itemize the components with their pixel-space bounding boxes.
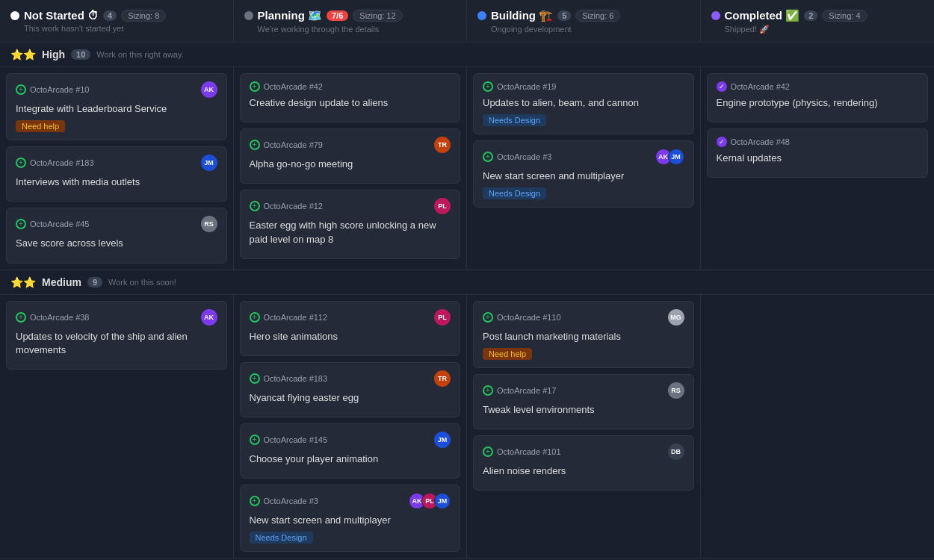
card-id: OctoArcade #48: [717, 137, 791, 147]
column-subtitle: We're working through the details: [258, 25, 457, 34]
card-id: OctoArcade #42: [250, 81, 324, 92]
avatar-group: AKPLJM: [409, 493, 451, 509]
task-card[interactable]: OctoArcade #3 AKPLJM New start screen an…: [240, 485, 461, 552]
sizing-badge: Sizing: 6: [575, 10, 620, 22]
status-dot: [10, 11, 19, 20]
task-card[interactable]: OctoArcade #19 Updates to alien, beam, a…: [473, 73, 694, 134]
card-title: New start screen and multiplayer: [250, 514, 451, 527]
card-title: Alien noise renders: [483, 464, 684, 478]
task-card[interactable]: OctoArcade #183 TR Nyancat flying easter…: [240, 362, 461, 417]
task-card[interactable]: OctoArcade #12 PL Easter egg with high s…: [240, 190, 461, 258]
cards-row-high: OctoArcade #10 AK Integrate with Leaderb…: [0, 67, 934, 270]
card-title: Integrate with Leaderboard Service: [16, 102, 217, 116]
card-id-text: OctoArcade #112: [264, 313, 328, 322]
section-count: 9: [87, 277, 102, 287]
task-card[interactable]: OctoArcade #101 DB Alien noise renders: [473, 435, 694, 491]
card-tag: Needs Design: [483, 187, 546, 199]
column-title: Planning 🗺️: [258, 9, 323, 22]
col-cards-high-0: OctoArcade #10 AK Integrate with Leaderb…: [0, 67, 234, 270]
status-dot: [244, 11, 253, 20]
status-icon-progress: [250, 312, 260, 323]
status-icon-progress: [16, 84, 26, 95]
section-stars: ⭐⭐: [10, 49, 36, 60]
card-id-text: OctoArcade #183: [30, 158, 94, 167]
task-card[interactable]: OctoArcade #38 AK Updates to velocity of…: [6, 301, 227, 370]
col-cards-medium-2: OctoArcade #110 MG Post launch marketing…: [467, 295, 701, 559]
count-badge: 2: [804, 10, 817, 21]
task-card[interactable]: OctoArcade #79 TR Alpha go-no-go meeting: [240, 128, 461, 184]
card-id-text: OctoArcade #101: [497, 447, 561, 456]
content-area: ⭐⭐ High 10 Work on this right away. Octo…: [0, 43, 934, 560]
avatar-group: AKJM: [655, 149, 684, 165]
status-icon-done: [717, 81, 727, 92]
section-medium: ⭐⭐ Medium 9 Work on this soon! OctoArcad…: [0, 270, 934, 559]
column-header-not-started: Not Started ⏱ 4 Sizing: 8 This work hasn…: [0, 0, 234, 42]
task-card[interactable]: OctoArcade #3 AKJM New start screen and …: [473, 140, 694, 208]
task-card[interactable]: OctoArcade #45 RS Save score across leve…: [6, 208, 227, 263]
status-icon-progress: [250, 140, 260, 150]
avatar: PL: [434, 309, 451, 326]
card-tag: Need help: [16, 120, 65, 132]
card-id-text: OctoArcade #19: [497, 82, 557, 91]
status-icon-progress: [483, 152, 493, 162]
cards-row-medium: OctoArcade #38 AK Updates to velocity of…: [0, 295, 934, 559]
card-id-text: OctoArcade #42: [731, 82, 791, 91]
card-title: Tweak level environments: [483, 403, 684, 417]
card-id: OctoArcade #3: [250, 496, 318, 506]
card-id-text: OctoArcade #48: [731, 137, 791, 146]
status-icon-progress: [483, 447, 493, 457]
col-cards-high-1: OctoArcade #42 Creative design update to…: [234, 67, 468, 270]
column-header-building: Building 🏗️ 5 Sizing: 6 Ongoing developm…: [467, 0, 701, 42]
card-id: OctoArcade #38: [16, 312, 90, 323]
task-card[interactable]: OctoArcade #42 Engine prototype (physics…: [707, 73, 929, 122]
card-id-text: OctoArcade #17: [497, 386, 557, 395]
task-card[interactable]: OctoArcade #183 JM Interviews with media…: [6, 146, 227, 202]
card-id: OctoArcade #10: [16, 84, 90, 95]
card-id: OctoArcade #19: [483, 81, 557, 92]
column-title: Building 🏗️: [491, 9, 553, 22]
col-cards-high-3: OctoArcade #42 Engine prototype (physics…: [701, 67, 935, 270]
card-title: Choose your player animation: [250, 452, 451, 466]
task-card[interactable]: OctoArcade #42 Creative design update to…: [240, 73, 461, 122]
status-icon-progress: [250, 373, 260, 384]
avatar: RS: [201, 216, 217, 232]
avatar: PL: [434, 198, 451, 214]
card-id-text: OctoArcade #110: [497, 313, 561, 322]
card-id: OctoArcade #42: [717, 81, 791, 92]
card-id-text: OctoArcade #3: [497, 152, 551, 161]
column-title: Not Started ⏱: [24, 9, 99, 22]
status-dot: [477, 11, 486, 20]
section-note: Work on this soon!: [108, 278, 176, 287]
card-id: OctoArcade #45: [16, 219, 90, 229]
task-card[interactable]: OctoArcade #48 Kernal updates: [707, 128, 929, 178]
column-subtitle: Shipped! 🚀: [725, 25, 924, 34]
sizing-badge: Sizing: 4: [822, 10, 867, 22]
card-id: OctoArcade #112: [250, 312, 328, 323]
avatar: JM: [201, 155, 217, 171]
avatar: TR: [434, 137, 451, 153]
col-cards-medium-1: OctoArcade #112 PL Hero site animations …: [234, 295, 468, 559]
card-id: OctoArcade #3: [483, 152, 551, 162]
card-title: Updates to alien, beam, and cannon: [483, 96, 684, 110]
task-card[interactable]: OctoArcade #145 JM Choose your player an…: [240, 423, 461, 479]
avatar: JM: [668, 149, 684, 165]
status-icon-progress: [16, 158, 26, 168]
card-title: Kernal updates: [717, 152, 919, 165]
card-id-text: OctoArcade #183: [264, 374, 328, 383]
column-title: Completed ✅: [725, 9, 800, 22]
task-card[interactable]: OctoArcade #110 MG Post launch marketing…: [473, 301, 694, 368]
task-card[interactable]: OctoArcade #17 RS Tweak level environmen…: [473, 374, 694, 429]
count-badge: 5: [557, 10, 571, 21]
status-icon-progress: [483, 385, 493, 396]
card-id-text: OctoArcade #145: [264, 435, 328, 444]
task-card[interactable]: OctoArcade #112 PL Hero site animations: [240, 301, 461, 356]
card-title: Alpha go-no-go meeting: [250, 158, 451, 171]
card-title: Save score across levels: [16, 237, 217, 250]
avatar: JM: [434, 493, 451, 509]
sizing-badge: Sizing: 12: [353, 10, 402, 22]
section-title-high: ⭐⭐ High 10 Work on this right away.: [0, 43, 934, 67]
card-id: OctoArcade #183: [250, 373, 328, 384]
section-high: ⭐⭐ High 10 Work on this right away. Octo…: [0, 43, 934, 270]
status-icon-progress: [250, 435, 260, 445]
task-card[interactable]: OctoArcade #10 AK Integrate with Leaderb…: [6, 73, 227, 140]
